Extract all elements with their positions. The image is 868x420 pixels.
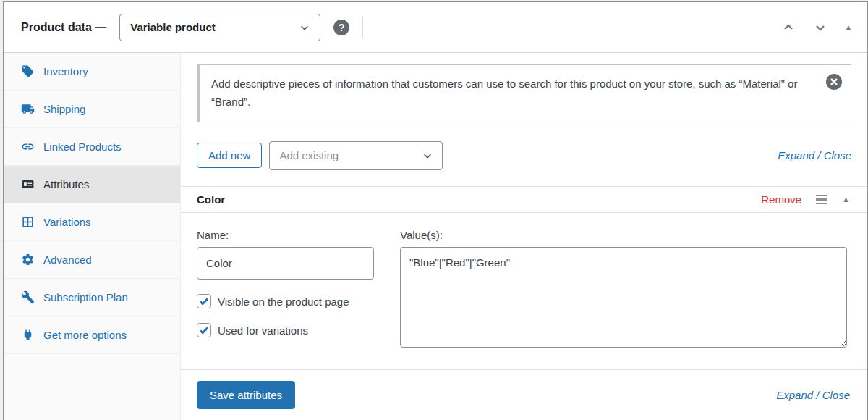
save-attributes-button[interactable]: Save attributes <box>197 381 295 409</box>
product-data-panel: Product data — Variable product ? ▲ Inve… <box>3 1 868 420</box>
tab-variations[interactable]: Variations <box>4 203 180 241</box>
attributes-panel: Add descriptive pieces of information th… <box>181 53 867 420</box>
values-label: Value(s): <box>400 229 847 241</box>
expand-close-separator: / <box>814 149 824 161</box>
move-down-button[interactable] <box>812 20 828 35</box>
wrench-icon <box>21 290 35 304</box>
tab-subscription-plan[interactable]: Subscription Plan <box>4 279 180 316</box>
tag-icon <box>21 64 35 78</box>
index-card-icon <box>21 177 35 191</box>
product-type-value: Variable product <box>130 21 216 33</box>
chevron-down-icon <box>299 22 310 33</box>
expand-close-separator: / <box>813 389 822 401</box>
close-link[interactable]: Close <box>822 389 850 401</box>
attributes-top-area: Add descriptive pieces of information th… <box>181 53 867 186</box>
drag-handle-icon[interactable] <box>816 195 827 205</box>
tab-label: Inventory <box>43 65 88 77</box>
tab-label: Advanced <box>43 253 92 266</box>
checkmark-icon <box>199 296 209 306</box>
tab-shipping[interactable]: Shipping <box>4 91 180 128</box>
header-controls: ▲ <box>780 20 853 35</box>
help-icon[interactable]: ? <box>333 20 349 35</box>
tab-linked-products[interactable]: Linked Products <box>4 128 180 166</box>
remove-attribute-link[interactable]: Remove <box>761 193 801 206</box>
name-label: Name: <box>197 229 374 241</box>
visible-checkbox[interactable] <box>197 294 211 308</box>
tab-label: Variations <box>43 216 91 228</box>
expand-link[interactable]: Expand <box>776 389 813 401</box>
notice-text: Add descriptive pieces of information th… <box>211 77 797 108</box>
tab-advanced[interactable]: Advanced <box>4 241 180 279</box>
variations-checkbox[interactable] <box>197 323 211 337</box>
panel-body: Inventory Shipping Linked Products Attri… <box>4 53 867 420</box>
collapse-attribute-toggle[interactable]: ▲ <box>842 195 850 203</box>
product-type-select[interactable]: Variable product <box>119 14 320 41</box>
panel-header: Product data — Variable product ? ▲ <box>4 2 867 53</box>
tab-attributes[interactable]: Attributes <box>4 166 180 203</box>
visible-checkbox-label: Visible on the product page <box>218 295 349 308</box>
checkmark-icon <box>199 325 209 335</box>
panel-title: Product data — <box>21 21 106 34</box>
attribute-values-textarea[interactable]: "Blue"|"Red"|"Green" <box>400 247 847 348</box>
tab-label: Subscription Plan <box>43 291 128 303</box>
variations-checkbox-row[interactable]: Used for variations <box>197 323 374 337</box>
attributes-info-notice: Add descriptive pieces of information th… <box>197 64 851 122</box>
collapse-panel-toggle[interactable]: ▲ <box>844 22 853 33</box>
attribute-name-column: Name: Visible on the product page Used f… <box>197 229 374 348</box>
expand-link[interactable]: Expand <box>778 149 814 161</box>
attribute-values-column: Value(s): "Blue"|"Red"|"Green" <box>400 229 847 348</box>
visible-checkbox-row[interactable]: Visible on the product page <box>197 294 374 308</box>
tab-get-more-options[interactable]: Get more options <box>4 316 180 354</box>
tab-inventory[interactable]: Inventory <box>4 53 180 91</box>
add-existing-placeholder: Add existing <box>279 149 339 161</box>
chevron-down-icon <box>814 22 826 33</box>
attribute-content: Name: Visible on the product page Used f… <box>181 213 867 369</box>
close-icon <box>830 78 838 85</box>
product-data-tabs: Inventory Shipping Linked Products Attri… <box>4 53 181 420</box>
attribute-header-controls: Remove ▲ <box>761 193 850 206</box>
attribute-title: Color <box>197 193 225 206</box>
chevron-down-icon <box>422 151 433 161</box>
tab-label: Attributes <box>43 178 89 190</box>
header-divider <box>362 17 363 38</box>
chevron-up-icon <box>783 22 794 33</box>
add-existing-select[interactable]: Add existing <box>269 141 443 170</box>
truck-icon <box>21 102 35 116</box>
expand-close-links: Expand / Close <box>776 389 850 401</box>
grid-icon <box>21 215 35 229</box>
move-up-button[interactable] <box>780 20 796 35</box>
tab-label: Linked Products <box>43 140 122 153</box>
gear-icon <box>21 253 35 266</box>
attribute-header-row[interactable]: Color Remove ▲ <box>181 186 867 214</box>
attributes-toolbar: Add new Add existing Expand / Close <box>197 141 851 170</box>
dismiss-notice-button[interactable] <box>826 74 842 90</box>
expand-close-links: Expand / Close <box>778 149 851 161</box>
tab-label: Shipping <box>43 103 85 115</box>
variations-checkbox-label: Used for variations <box>218 324 308 337</box>
attributes-footer: Save attributes Expand / Close <box>181 369 867 420</box>
add-new-button[interactable]: Add new <box>197 143 262 168</box>
tab-label: Get more options <box>43 329 127 341</box>
attribute-name-input[interactable] <box>197 247 374 280</box>
link-icon <box>21 140 35 154</box>
plug-icon <box>21 328 35 342</box>
close-link[interactable]: Close <box>824 149 851 161</box>
